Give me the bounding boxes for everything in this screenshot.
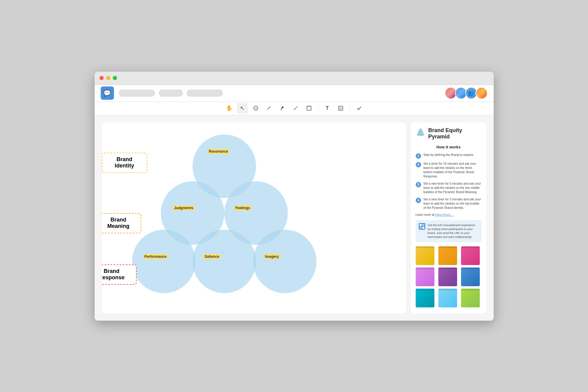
nav-pill-3[interactable] [187,89,223,97]
swatch-cyan[interactable] [416,289,434,307]
nav-bar: 💬 👥 [95,85,494,102]
judgments-label: Judgments [173,206,195,210]
logo-icon: 💬 [103,89,111,97]
step-num-2: 2 [416,162,421,167]
line-tool[interactable] [290,103,301,114]
swatch-yellow[interactable] [416,246,434,265]
svg-rect-19 [422,224,424,226]
step-1: 1 Start by defining the Brand to explore… [416,153,482,159]
step-text-2: Set a timer for 10 minutes and ask your … [424,162,482,179]
sidebar-panel: Brand Equity Pyramid How it works 1 Star… [411,122,486,313]
svg-rect-18 [420,224,422,226]
step-text-1: Start by defining the Brand to explore. [424,153,474,157]
brand-response-sticky[interactable]: BrandResponse [102,264,137,285]
nav-pills [119,89,440,97]
step-text-3: Set a new timer for 5 minutes and ask yo… [424,182,482,194]
avatar-4 [476,87,488,99]
svg-rect-21 [422,227,424,229]
bubble-imagery [253,230,317,293]
swatch-blue[interactable] [461,267,480,286]
svg-rect-20 [420,227,422,229]
hand-tool[interactable]: ✋ [224,103,235,114]
step-num-4: 4 [416,198,421,203]
pyramid-icon [416,128,425,139]
title-bar [95,72,494,85]
panel-title: Brand Equity Pyramid [428,127,482,140]
logo-button[interactable]: 💬 [101,86,114,100]
bubble-diagram: Resonance Judgments Feelings Performance… [126,128,332,304]
info-box: Get the full Conceptboard experience by … [416,220,482,242]
brand-meaning-sticky[interactable]: BrandMeaning [102,213,141,233]
swatch-green[interactable] [461,289,480,307]
canvas-area: Resonance Judgments Feelings Performance… [95,115,494,321]
nav-right: 👥 [445,87,488,99]
brand-identity-sticky[interactable]: BrandIdentity [102,153,147,173]
svg-line-3 [294,106,297,110]
step-num-1: 1 [416,153,421,159]
sticky-swatches [416,246,482,307]
feelings-label: Feelings [234,206,252,210]
checkmark-tool[interactable] [354,103,365,114]
minimize-button[interactable] [106,76,110,80]
resonance-label: Resonance [208,149,229,154]
step-text-4: Set a new timer for 3 minutes and ask yo… [424,197,482,210]
marker-tool[interactable] [277,103,288,114]
bubble-performance [132,230,196,293]
swatch-pink[interactable] [461,246,480,265]
select-tool[interactable]: ↖ [237,103,248,114]
swatch-purple-light[interactable] [416,267,434,286]
sticky-tool[interactable] [335,103,346,114]
svg-point-16 [419,128,422,131]
main-canvas: Resonance Judgments Feelings Performance… [102,122,406,313]
panel-header: Brand Equity Pyramid [416,127,482,140]
salience-label: Salience [203,254,221,259]
toolbar: ✋ ↖ [95,102,494,115]
nav-pill-2[interactable] [159,89,183,97]
how-it-works-heading: How it works [416,145,482,149]
bubble-salience [193,230,256,293]
nav-pill-1[interactable] [119,89,155,97]
frame-tool[interactable] [304,103,314,114]
step-2: 2 Set a timer for 10 minutes and ask you… [416,162,482,179]
app-window: 💬 👥 ✋ ↖ [95,72,494,321]
toolbar-divider [318,105,318,112]
swatch-orange[interactable] [438,246,457,265]
step-num-3: 3 [416,182,421,187]
svg-rect-4 [307,106,311,110]
conceptboard-icon [419,223,425,231]
shapes-tool[interactable] [250,103,261,114]
swatch-purple[interactable] [438,267,457,286]
text-tool[interactable]: T [322,103,333,114]
close-button[interactable] [99,76,104,80]
performance-label: Performance [143,254,168,259]
step-4: 4 Set a new timer for 3 minutes and ask … [416,197,482,210]
imagery-label: Imagery [264,254,280,259]
step-3: 3 Set a new timer for 5 minutes and ask … [416,182,482,194]
maximize-button[interactable] [113,76,117,80]
swatch-light-blue[interactable] [438,289,457,307]
traffic-lights [99,76,117,80]
learn-more-link[interactable]: https://conc… [435,213,454,216]
info-box-text: Get the full Conceptboard experience by … [428,223,479,239]
learn-more-text: Learn more at https://conc… [416,213,482,216]
toolbar-divider-2 [350,105,350,112]
pen-tool[interactable] [264,103,275,114]
svg-rect-7 [339,106,343,110]
